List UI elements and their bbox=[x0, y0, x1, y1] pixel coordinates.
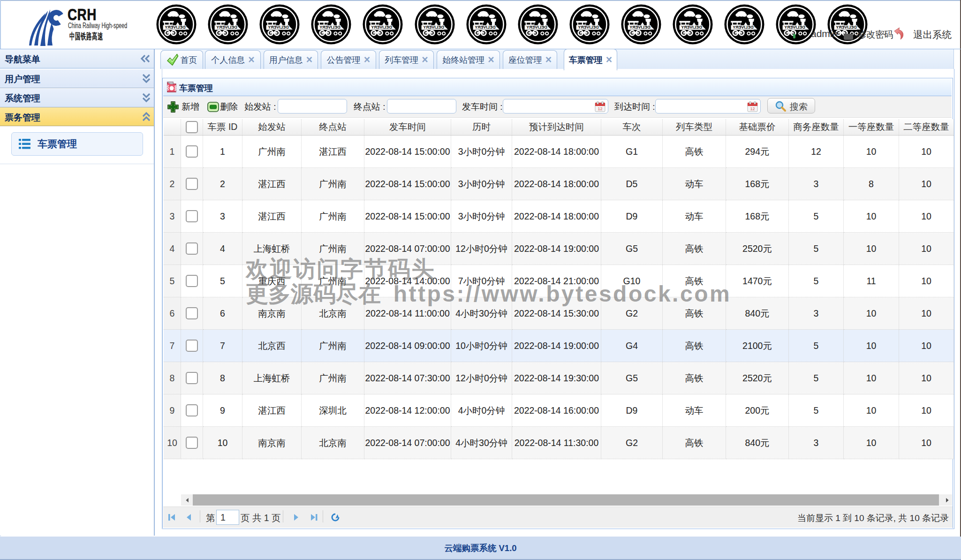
svg-text:12: 12 bbox=[598, 106, 602, 111]
svg-text:12: 12 bbox=[750, 106, 755, 111]
